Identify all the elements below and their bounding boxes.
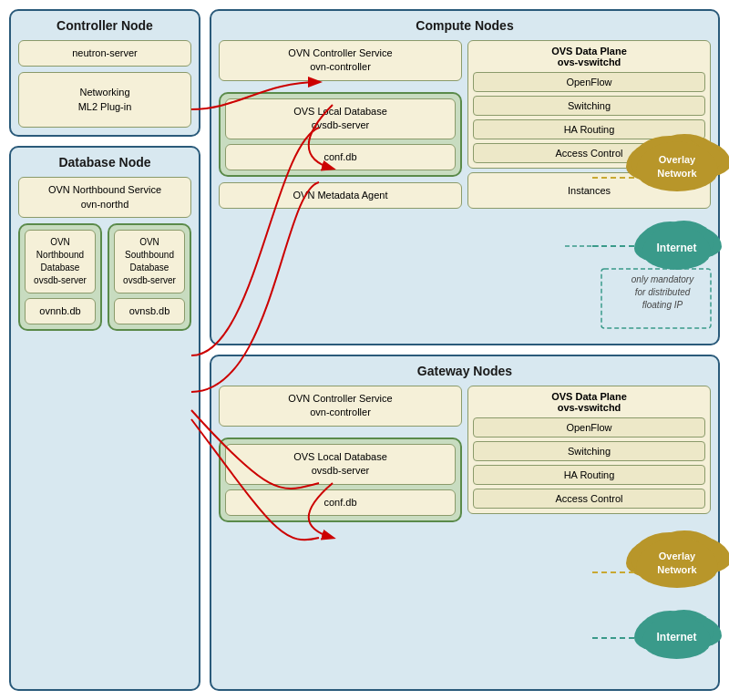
controller-node-box: Controller Node neutron-server Networkin…	[9, 9, 200, 137]
left-column: Controller Node neutron-server Networkin…	[9, 9, 200, 691]
compute-internet-cloud: Internet	[642, 226, 711, 270]
ovn-southbound-db-label: OVN Southbound Database ovsdb-server	[122, 236, 177, 287]
ovnnb-db-box: ovnnb.db	[25, 298, 96, 324]
ovn-northbound-service-box: OVN Northbound Service ovn-northd	[18, 177, 191, 218]
gateway-conf-db-box: conf.db	[225, 489, 456, 516]
gateway-ovs-group: OVS Data Plane ovs-vswitchd OpenFlow Swi…	[467, 386, 711, 514]
main-container: Controller Node neutron-server Networkin…	[0, 0, 729, 700]
gateway-ovs-dataplane-title: OVS Data Plane ovs-vswitchd	[473, 391, 705, 413]
compute-ha-routing-item: HA Routing	[473, 119, 705, 139]
gateway-internet-cloud: Internet	[642, 615, 711, 659]
compute-overlay-network-cloud: OverlayNetwork	[636, 141, 718, 191]
ovnsb-db-box: ovnsb.db	[114, 298, 185, 324]
compute-ovs-local-db-label: OVS Local Database ovsdb-server	[233, 105, 447, 133]
controller-node-title: Controller Node	[18, 18, 191, 33]
compute-nodes-title: Compute Nodes	[219, 18, 711, 33]
compute-left: OVN Controller Service ovn-controller OV…	[219, 40, 462, 209]
database-node-box: Database Node OVN Northbound Service ovn…	[9, 146, 200, 691]
compute-note: only mandatoryfor distributedfloating IP	[609, 273, 716, 312]
gateway-right: OVS Data Plane ovs-vswitchd OpenFlow Swi…	[467, 386, 711, 522]
ovn-southbound-db-box: OVN Southbound Database ovsdb-server	[114, 230, 185, 293]
gateway-ovn-controller-box: OVN Controller Service ovn-controller	[219, 386, 462, 427]
compute-conf-db-box: conf.db	[225, 144, 456, 170]
ovn-northbound-db-box: OVN Northbound Database ovsdb-server	[25, 230, 96, 293]
gateway-access-control-item: Access Control	[473, 489, 705, 509]
gateway-nodes-title: Gateway Nodes	[219, 364, 711, 378]
compute-ovs-dataplane-title: OVS Data Plane ovs-vswitchd	[473, 46, 705, 67]
compute-ovs-local-db-outer: OVS Local Database ovsdb-server conf.db	[219, 92, 462, 177]
gateway-left: OVN Controller Service ovn-controller OV…	[219, 386, 462, 522]
compute-ovn-controller-label: OVN Controller Service ovn-controller	[227, 46, 454, 75]
networking-plugin-box: Networking ML2 Plug-in	[18, 72, 191, 128]
ovn-southbound-db-outer: OVN Southbound Database ovsdb-server ovn…	[108, 223, 191, 331]
gateway-ovn-controller-label: OVN Controller Service ovn-controller	[227, 392, 454, 420]
gateway-ovs-local-db-outer: OVS Local Database ovsdb-server conf.db	[219, 438, 462, 522]
gateway-overlay-network-cloud: OverlayNetwork	[636, 538, 718, 588]
gateway-internet-label: Internet	[656, 631, 696, 643]
gateway-openflow-item: OpenFlow	[473, 417, 705, 438]
database-node-title: Database Node	[18, 155, 191, 170]
compute-switching-item: Switching	[473, 96, 705, 116]
gateway-ovs-local-db-box: OVS Local Database ovsdb-server	[225, 444, 456, 485]
ovn-northbound-db-label: OVN Northbound Database ovsdb-server	[33, 236, 87, 287]
compute-ovn-metadata-label: OVN Metadata Agent	[293, 189, 388, 202]
gateway-overlay-network-label: OverlayNetwork	[657, 550, 696, 576]
right-column: Compute Nodes OVN Controller Service ovn…	[210, 9, 720, 691]
compute-overlay-network-label: OverlayNetwork	[657, 153, 696, 180]
ovn-northbound-db-outer: OVN Northbound Database ovsdb-server ovn…	[18, 223, 102, 331]
gateway-switching-item: Switching	[473, 441, 705, 461]
compute-ovs-local-db-box: OVS Local Database ovsdb-server	[225, 98, 456, 139]
compute-internet-label: Internet	[656, 242, 696, 254]
networking-plugin-label: Networking ML2 Plug-in	[26, 86, 183, 114]
neutron-server-box: neutron-server	[18, 40, 191, 67]
gateway-ha-routing-item: HA Routing	[473, 465, 705, 485]
compute-openflow-item: OpenFlow	[473, 72, 705, 92]
compute-ovn-metadata-box: OVN Metadata Agent	[219, 182, 462, 209]
gateway-inner: OVN Controller Service ovn-controller OV…	[219, 386, 711, 522]
ovn-northbound-service-label: OVN Northbound Service ovn-northd	[26, 183, 183, 211]
gateway-ovs-local-db-label: OVS Local Database ovsdb-server	[233, 450, 447, 479]
compute-ovn-controller-box: OVN Controller Service ovn-controller	[219, 40, 462, 81]
db-row: OVN Northbound Database ovsdb-server ovn…	[18, 223, 191, 331]
